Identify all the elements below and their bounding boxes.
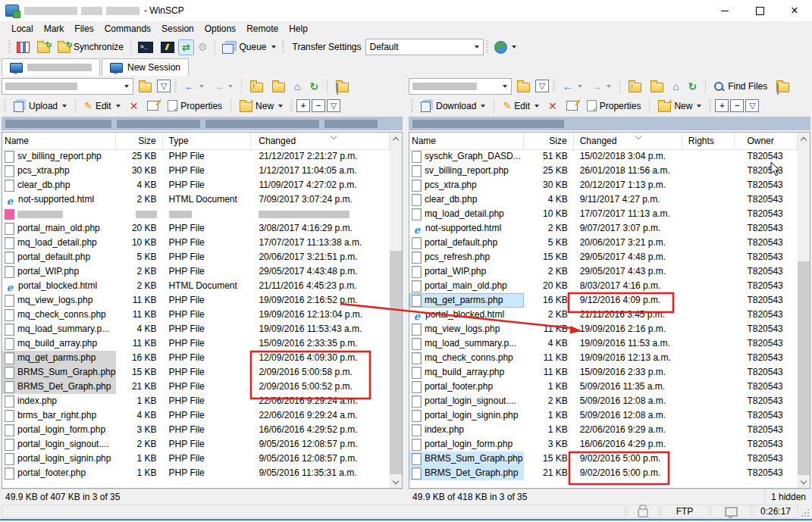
collapse-button[interactable]: − (312, 99, 325, 112)
column-header-size[interactable]: Size (116, 133, 163, 149)
local-path-bar[interactable] (2, 117, 403, 130)
delete-button[interactable]: ✕ (544, 98, 561, 114)
file-row[interactable]: mq_load_summary.p...4 KBPHP File19/09/20… (2, 322, 390, 336)
file-row[interactable]: not-supported.html2 KBHTML Document7/09/… (2, 192, 390, 207)
compare-directories-button[interactable] (13, 39, 33, 56)
file-row[interactable]: BRMS_Det_Graph.php21 KBPHP File2/09/2016… (2, 380, 390, 394)
delete-button[interactable]: ✕ (126, 98, 143, 114)
file-row[interactable]: portal_login_signin.php1 KBPHP File9/05/… (2, 452, 390, 466)
file-row[interactable]: BRMS_Det_Graph.php21 KB9/02/2016 5:00 p.… (409, 466, 798, 480)
properties-button[interactable]: Properties (583, 97, 645, 114)
file-row[interactable]: sv_billing_report.php25 KBPHP File21/12/… (2, 149, 390, 164)
upload-button[interactable]: Upload (10, 96, 71, 115)
file-row[interactable]: portal_blocked.html2 KBHTML Document21/1… (2, 279, 390, 293)
expand-button[interactable]: + (715, 99, 729, 112)
file-row[interactable]: mq_view_logs.php11 KBPHP File19/09/2016 … (2, 293, 390, 308)
file-row[interactable]: brms_bar_right.php4 KBPHP File22/06/2016… (2, 408, 390, 423)
file-row[interactable]: clear_db.php4 KBPHP File11/09/2017 4:27:… (2, 178, 390, 192)
scroll-down-arrow[interactable] (390, 476, 402, 488)
home-button[interactable]: ⌂ (290, 78, 304, 95)
scroll-down-arrow[interactable] (798, 476, 810, 488)
column-header-changed[interactable]: Changed (251, 133, 390, 149)
synchronize-browsing-toggle[interactable]: ⇄ (178, 39, 194, 55)
filter-list-button[interactable]: ▽ (327, 99, 340, 112)
file-row[interactable]: mq_view_logs.php11 KB19/09/2016 2:16 p.m… (409, 322, 798, 336)
file-row[interactable]: mq_load_detail.php10 KB17/07/2017 11:13 … (409, 207, 798, 221)
forward-button[interactable]: → (209, 78, 237, 95)
transfer-mode-button[interactable] (491, 38, 520, 57)
edit-button[interactable]: ✎ Edit (499, 98, 543, 114)
column-header-size[interactable]: Size (524, 133, 574, 149)
open-directory-button[interactable] (135, 77, 155, 95)
maximize-button[interactable] (742, 0, 777, 21)
file-row[interactable]: portal_footer.php1 KB5/09/2016 11:35 a.m… (409, 380, 798, 394)
scroll-thumb[interactable] (798, 261, 810, 475)
menu-help[interactable]: Help (284, 22, 313, 36)
menu-commands[interactable]: Commands (99, 22, 156, 36)
preferences-button[interactable]: ⚙ (194, 39, 212, 55)
file-row[interactable]: not-supported.html2 KB9/07/2017 3:07 p.m… (409, 221, 798, 236)
file-row[interactable]: portal_main_old.php20 KB8/03/2017 4:16 p… (409, 279, 798, 293)
open-directory-button[interactable] (513, 77, 534, 95)
scroll-thumb[interactable] (390, 251, 402, 474)
resize-grip[interactable] (800, 504, 810, 519)
rename-button[interactable] (563, 98, 582, 114)
remote-scrollbar[interactable] (798, 133, 810, 488)
file-row[interactable]: portal_main_old.php20 KBPHP File3/08/201… (2, 221, 390, 236)
file-row[interactable]: portal_blocked.html2 KB21/11/2016 3:45 p… (409, 308, 798, 322)
open-putty-button[interactable] (157, 39, 178, 56)
root-directory-button[interactable] (268, 77, 289, 95)
scroll-up-arrow[interactable] (390, 133, 402, 145)
file-row[interactable]: clear_db.php4 KB9/11/2017 4:27 p.m.T8205… (409, 192, 798, 207)
refresh-panels-button[interactable]: ↻ (33, 38, 54, 56)
file-row[interactable]: syschk_Graph_DASD...51 KB15/02/2018 3:04… (409, 149, 798, 164)
file-row[interactable]: portal_login_form.php3 KBPHP File16/06/2… (2, 423, 390, 437)
download-button[interactable]: Download (417, 96, 489, 115)
session-tab-current[interactable] (2, 58, 100, 76)
file-row[interactable]: pcs_refresh.php15 KB29/05/2017 4:48 p.m.… (409, 250, 798, 264)
back-button[interactable]: ← (180, 78, 208, 95)
file-row[interactable]: portal_login_signout....2 KBPHP File9/05… (2, 437, 390, 452)
file-row[interactable]: index.php1 KB22/06/2016 9:29 a.m.T820543 (409, 423, 798, 437)
collapse-button[interactable]: − (730, 99, 744, 112)
file-row[interactable]: mq_get_parms.php16 KBPHP File12/09/2016 … (2, 351, 390, 365)
queue-button[interactable]: Queue (218, 38, 280, 57)
back-button[interactable]: ← (559, 78, 586, 95)
menu-files[interactable]: Files (69, 22, 99, 36)
rename-button[interactable] (143, 98, 162, 114)
menu-session[interactable]: Session (156, 22, 199, 36)
minimize-button[interactable] (707, 0, 742, 21)
filter-list-button[interactable]: ▽ (745, 99, 759, 112)
home-button[interactable]: ⌂ (669, 78, 682, 95)
parent-directory-button[interactable]: ↑ (625, 77, 645, 95)
file-row[interactable]: sv_billing_report.php25 KB26/01/2018 11:… (409, 164, 798, 178)
menu-mark[interactable]: Mark (39, 22, 70, 36)
scroll-up-arrow[interactable] (798, 133, 810, 145)
file-row[interactable]: mq_check_conns.php11 KBPHP File19/09/201… (2, 308, 390, 322)
add-symlink-button[interactable] (332, 77, 353, 95)
open-console-button[interactable]: >_ (134, 39, 157, 56)
file-row[interactable]: mq_load_detail.php10 KBPHP File17/07/201… (2, 236, 390, 250)
file-row[interactable]: portal_login_form.php3 KB16/06/2016 4:29… (409, 437, 798, 452)
filter-button[interactable]: ▽ (157, 80, 171, 92)
local-scrollbar[interactable] (390, 133, 402, 488)
filter-button[interactable]: ▽ (535, 80, 549, 92)
file-row[interactable]: pcs_xtra.php30 KBPHP File1/12/2017 11:04… (2, 164, 390, 178)
add-symlink-button[interactable] (773, 77, 793, 95)
file-row[interactable]: mq_check_conns.php11 KB19/09/2016 12:13 … (409, 351, 798, 365)
file-row[interactable]: portal_WIP.php2 KB29/05/2017 4:43 p.m.T8… (409, 264, 798, 279)
close-button[interactable]: × (777, 0, 812, 21)
file-row[interactable]: mq_load_summary.p...4 KB19/09/2016 11:53… (409, 336, 798, 351)
column-header-rights[interactable]: Rights (682, 133, 735, 149)
remote-directory-combo[interactable] (409, 78, 512, 95)
find-files-button[interactable]: Find Files (710, 78, 771, 95)
file-row[interactable]: portal_login_signin.php1 KB5/09/2016 12:… (409, 408, 798, 423)
file-row[interactable]: BRMS_Sum_Graph.php15 KB9/02/2016 5:00 p.… (409, 452, 798, 466)
file-row[interactable]: index.php1 KBPHP File22/06/2016 9:29:24 … (2, 394, 390, 408)
file-row[interactable]: portal_default.php5 KBPHP File20/06/2017… (2, 250, 390, 264)
remote-path-bar[interactable] (409, 117, 810, 130)
file-row[interactable]: BRMS_Sum_Graph.php15 KBPHP File2/09/2016… (2, 365, 390, 380)
column-header-name[interactable]: Name (409, 133, 524, 149)
menu-remote[interactable]: Remote (241, 22, 284, 36)
session-tab-new[interactable]: New Session (102, 58, 189, 76)
